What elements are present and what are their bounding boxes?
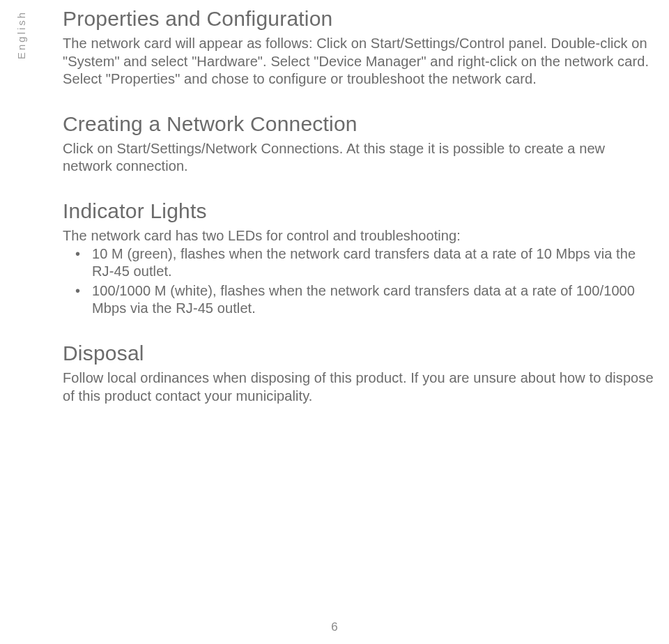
language-label: English (15, 10, 27, 59)
heading-properties: Properties and Configuration (63, 7, 655, 31)
body-creating: Click on Start/Settings/Network Connecti… (63, 140, 655, 176)
heading-disposal: Disposal (63, 342, 655, 365)
list-item: 10 M (green), flashes when the network c… (63, 245, 655, 281)
heading-indicator: Indicator Lights (63, 199, 655, 223)
bullets-indicator: 10 M (green), flashes when the network c… (63, 245, 655, 318)
body-properties: The network card will appear as follows:… (63, 35, 655, 89)
list-item: 100/1000 M (white), flashes when the net… (63, 282, 655, 318)
page-number: 6 (0, 620, 669, 634)
heading-creating: Creating a Network Connection (63, 112, 655, 136)
intro-indicator: The network card has two LEDs for contro… (63, 227, 655, 245)
body-disposal: Follow local ordinances when disposing o… (63, 369, 655, 405)
page-content: Properties and Configuration The network… (0, 0, 669, 405)
